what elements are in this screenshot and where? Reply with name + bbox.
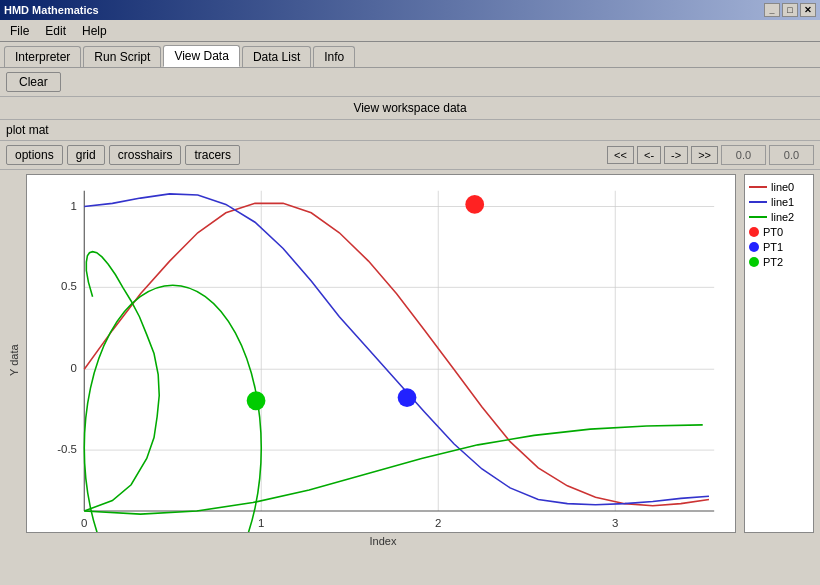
legend-item-line0: line0 xyxy=(749,181,809,193)
minimize-button[interactable]: _ xyxy=(764,3,780,17)
legend-item-line1: line1 xyxy=(749,196,809,208)
grid-button[interactable]: grid xyxy=(67,145,105,165)
maximize-button[interactable]: □ xyxy=(782,3,798,17)
legend-label-pt1: PT1 xyxy=(763,241,783,253)
y-axis-label: Y data xyxy=(6,174,22,547)
close-button[interactable]: ✕ xyxy=(800,3,816,17)
menu-file[interactable]: File xyxy=(2,22,37,40)
tab-interpreter[interactable]: Interpreter xyxy=(4,46,81,67)
clear-button[interactable]: Clear xyxy=(6,72,61,92)
svg-text:-0.5: -0.5 xyxy=(57,443,77,455)
svg-text:1: 1 xyxy=(258,517,264,529)
pt2-dot xyxy=(247,391,266,410)
svg-text:0.5: 0.5 xyxy=(61,280,77,292)
legend-label-line2: line2 xyxy=(771,211,794,223)
plot-mat-bar: plot mat xyxy=(0,120,820,141)
nav-next-button[interactable]: -> xyxy=(664,146,688,164)
legend-dot-pt1 xyxy=(749,242,759,252)
svg-text:0: 0 xyxy=(81,517,87,529)
tab-view-data[interactable]: View Data xyxy=(163,45,239,67)
legend-label-line1: line1 xyxy=(771,196,794,208)
info-strip: View workspace data xyxy=(0,97,820,120)
crosshairs-button[interactable]: crosshairs xyxy=(109,145,182,165)
legend-dot-pt2 xyxy=(749,257,759,267)
x-axis-label: Index xyxy=(26,533,740,547)
legend-line1-color xyxy=(749,201,767,203)
menu-bar: File Edit Help xyxy=(0,20,820,42)
svg-text:3: 3 xyxy=(612,517,618,529)
nav-last-button[interactable]: >> xyxy=(691,146,718,164)
menu-help[interactable]: Help xyxy=(74,22,115,40)
bottom-section: Y data xyxy=(0,170,820,553)
nav-first-button[interactable]: << xyxy=(607,146,634,164)
svg-text:1: 1 xyxy=(71,200,77,212)
svg-text:2: 2 xyxy=(435,517,441,529)
options-button[interactable]: options xyxy=(6,145,63,165)
svg-rect-0 xyxy=(27,175,735,532)
title-bar: HMD Mathematics _ □ ✕ xyxy=(0,0,820,20)
nav-buttons: << <- -> >> 0.0 0.0 xyxy=(607,145,814,165)
info-strip-text: View workspace data xyxy=(353,101,466,115)
legend-label-line0: line0 xyxy=(771,181,794,193)
pt1-dot xyxy=(398,388,417,407)
legend-item-line2: line2 xyxy=(749,211,809,223)
legend-label-pt0: PT0 xyxy=(763,226,783,238)
title-bar-buttons[interactable]: _ □ ✕ xyxy=(764,3,816,17)
plot-svg: 1 0.5 0 -0.5 0 1 2 3 xyxy=(27,175,735,532)
toolbar: Clear xyxy=(0,68,820,97)
controls-row: options grid crosshairs tracers << <- ->… xyxy=(0,141,820,170)
menu-edit[interactable]: Edit xyxy=(37,22,74,40)
plot-mat-label: plot mat xyxy=(6,123,49,137)
legend: line0 line1 line2 PT0 PT1 xyxy=(744,174,814,533)
nav-display-2: 0.0 xyxy=(769,145,814,165)
tracers-button[interactable]: tracers xyxy=(185,145,240,165)
legend-line2-color xyxy=(749,216,767,218)
title-bar-title: HMD Mathematics xyxy=(4,4,99,16)
tab-info[interactable]: Info xyxy=(313,46,355,67)
legend-item-pt2: PT2 xyxy=(749,256,809,268)
tab-data-list[interactable]: Data List xyxy=(242,46,311,67)
tab-run-script[interactable]: Run Script xyxy=(83,46,161,67)
svg-text:0: 0 xyxy=(71,362,77,374)
legend-item-pt0: PT0 xyxy=(749,226,809,238)
nav-display-1: 0.0 xyxy=(721,145,766,165)
tab-bar: Interpreter Run Script View Data Data Li… xyxy=(0,42,820,68)
plot-area: 1 0.5 0 -0.5 0 1 2 3 xyxy=(26,174,736,533)
legend-item-pt1: PT1 xyxy=(749,241,809,253)
legend-dot-pt0 xyxy=(749,227,759,237)
pt0-dot xyxy=(465,195,484,214)
legend-label-pt2: PT2 xyxy=(763,256,783,268)
nav-prev-button[interactable]: <- xyxy=(637,146,661,164)
legend-line0-color xyxy=(749,186,767,188)
